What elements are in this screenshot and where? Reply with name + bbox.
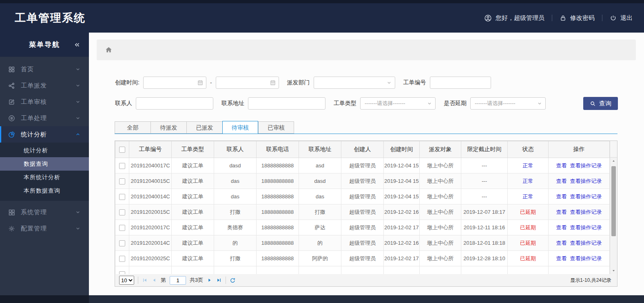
cell-checkbox: [115, 158, 129, 173]
view-link[interactable]: 查看: [556, 209, 567, 215]
logout-button[interactable]: 退出: [610, 14, 633, 22]
sidebar-title: 菜单导航: [29, 40, 60, 49]
pagination-bar: 10 第 共3页 显示1-10,共24记录: [115, 274, 617, 287]
home-icon[interactable]: [105, 46, 113, 54]
view-link[interactable]: 查看: [556, 178, 567, 184]
table-row: 201912020017C建议工单奥德赛18888888888萨达超级管理员20…: [115, 220, 610, 235]
row-checkbox[interactable]: [119, 256, 125, 262]
view-link[interactable]: 查看: [556, 224, 567, 231]
view-link[interactable]: 查看: [556, 255, 567, 261]
page-word: 第: [161, 277, 166, 284]
filter-row-2: 联系人 联系地址 工单类型 -------请选择------- 是否延期 ---…: [115, 97, 618, 110]
page-number-input[interactable]: [170, 276, 186, 285]
sidebar-subitem-0[interactable]: 统计分析: [0, 144, 89, 157]
column-header[interactable]: 工单编号: [129, 141, 172, 158]
order-type-select[interactable]: -------请选择-------: [360, 97, 436, 110]
view-link[interactable]: 查看: [556, 240, 567, 246]
cell-empty: [172, 266, 214, 275]
sidebar-item-system[interactable]: 系统管理: [0, 204, 89, 220]
cell-contact: 奥德赛: [214, 220, 257, 235]
tab-3[interactable]: 待审核: [222, 121, 258, 134]
column-header[interactable]: 联系地址: [299, 141, 341, 158]
select-all-checkbox[interactable]: [119, 147, 125, 153]
scrollbar-thumb[interactable]: [611, 166, 616, 236]
column-header[interactable]: 创建时间: [384, 141, 420, 158]
view-records-link[interactable]: 查看操作记录: [570, 162, 602, 169]
prev-page-icon[interactable]: [151, 277, 157, 283]
scroll-up-icon[interactable]: [610, 158, 617, 164]
table-row: 201912040015C建议工单das18888888888dasd超级管理员…: [115, 173, 610, 189]
tab-2[interactable]: 已派发: [186, 121, 222, 134]
change-password-button[interactable]: 修改密码: [560, 14, 595, 22]
calendar-icon[interactable]: [197, 79, 204, 86]
tab-1[interactable]: 待派发: [150, 121, 186, 134]
first-page-icon[interactable]: [142, 277, 148, 283]
column-header[interactable]: 状态: [508, 141, 549, 158]
view-records-link[interactable]: 查看操作记录: [570, 209, 602, 215]
sidebar-item-process[interactable]: 工单处理: [0, 110, 89, 126]
row-checkbox[interactable]: [119, 225, 125, 231]
row-checkbox[interactable]: [119, 209, 125, 215]
status-badge: 已延期: [520, 224, 536, 231]
table-row-partial: [115, 266, 610, 275]
dispatch-dept-select[interactable]: [314, 77, 395, 89]
refresh-icon[interactable]: [230, 277, 236, 283]
cell-target: 墩上中心所: [420, 189, 461, 204]
column-header[interactable]: 联系电话: [257, 141, 299, 158]
cell-contact: 的: [214, 235, 257, 251]
sidebar-item-stats[interactable]: 统计分析: [0, 126, 89, 143]
view-records-link[interactable]: 查看操作记录: [570, 193, 602, 200]
next-page-icon[interactable]: [207, 277, 212, 283]
cell-checkbox: [115, 220, 129, 235]
view-records-link[interactable]: 查看操作记录: [570, 240, 602, 246]
column-header[interactable]: 操作: [549, 141, 610, 158]
view-link[interactable]: 查看: [556, 193, 567, 200]
last-page-icon[interactable]: [216, 277, 222, 283]
table-scrollbar[interactable]: [610, 141, 617, 274]
user-greeting: 您好，超级管理员: [484, 14, 544, 22]
page-size-select[interactable]: 10: [119, 276, 134, 285]
cell-empty: [384, 266, 420, 275]
search-button-label: 查询: [599, 100, 611, 108]
sidebar-item-config[interactable]: 配置管理: [0, 220, 89, 237]
sidebar-item-dispatch[interactable]: 工单派发: [0, 77, 89, 94]
column-header[interactable]: 联系人: [214, 141, 257, 158]
view-records-link[interactable]: 查看操作记录: [570, 255, 602, 261]
row-checkbox[interactable]: [119, 194, 125, 200]
column-header[interactable]: 创建人: [341, 141, 384, 158]
cell-address: das: [299, 189, 341, 204]
column-header[interactable]: 工单类型: [172, 141, 214, 158]
calendar-icon[interactable]: [270, 79, 276, 86]
sidebar-item-label: 配置管理: [21, 225, 75, 233]
cell-creator: 超级管理员: [341, 173, 384, 189]
scroll-down-icon[interactable]: [610, 268, 617, 273]
sidebar-subitem-2[interactable]: 本所统计分析: [0, 171, 89, 184]
search-button[interactable]: 查询: [583, 97, 618, 110]
tab-4[interactable]: 已审核: [258, 121, 294, 134]
address-input[interactable]: [248, 97, 325, 110]
sidebar-subitem-1[interactable]: 数据查询: [0, 157, 89, 171]
row-checkbox[interactable]: [119, 178, 125, 184]
tab-0[interactable]: 全部: [115, 121, 150, 134]
cell-empty: [420, 266, 461, 275]
row-checkbox[interactable]: [119, 163, 125, 169]
sidebar-item-label: 系统管理: [21, 209, 75, 216]
view-records-link[interactable]: 查看操作记录: [570, 224, 602, 231]
column-header[interactable]: 派发对象: [420, 141, 461, 158]
is-delayed-value: -------请选择-------: [475, 100, 516, 107]
sidebar-item-home[interactable]: 首页: [0, 61, 89, 77]
view-link[interactable]: 查看: [556, 162, 567, 169]
cell-order-no: 201912040015C: [129, 173, 172, 189]
sidebar-subitem-3[interactable]: 本所数据查询: [0, 184, 89, 198]
column-header[interactable]: 限定截止时间: [461, 141, 508, 158]
cell-created: 2019-12-04 15: [384, 158, 420, 173]
contact-input[interactable]: [136, 97, 213, 110]
row-checkbox[interactable]: [119, 240, 125, 246]
cell-status: 已延期: [508, 204, 549, 220]
sidebar-item-review[interactable]: 工单审核: [0, 94, 89, 110]
order-no-input[interactable]: [430, 77, 491, 89]
view-records-link[interactable]: 查看操作记录: [570, 178, 602, 184]
scrollbar-track[interactable]: [610, 158, 617, 274]
is-delayed-select[interactable]: -------请选择-------: [470, 97, 546, 110]
collapse-sidebar-icon[interactable]: [73, 41, 81, 48]
